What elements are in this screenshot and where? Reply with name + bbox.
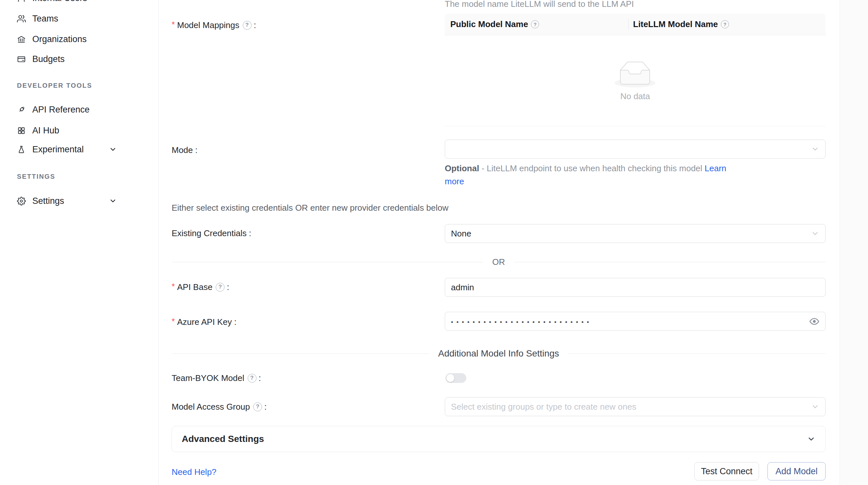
additional-info-divider-label: Additional Model Info Settings [429, 348, 568, 359]
mode-select[interactable] [445, 139, 826, 159]
azure-api-key-label: * Azure API Key : [172, 317, 237, 327]
toggle-knob [446, 374, 454, 382]
model-access-group-label: Model Access Group ? : [172, 401, 267, 412]
question-circle-icon[interactable]: ? [721, 20, 729, 28]
model-mappings-label: * Model Mappings ? : [172, 20, 256, 30]
no-data-text: No data [445, 91, 826, 101]
api-base-label: * API Base ? : [172, 282, 229, 292]
appstore-grid-icon [17, 126, 26, 135]
api-base-input[interactable]: admin [445, 278, 826, 297]
divider-line [172, 354, 429, 354]
empty-inbox-icon [614, 61, 656, 89]
sidebar-item-label: API Reference [32, 105, 90, 115]
chevron-down-icon [811, 229, 819, 238]
sidebar: Internal Users Teams Organizations Budge… [0, 0, 159, 485]
sidebar-section-developer-tools: DEVELOPER TOOLS [17, 82, 92, 89]
chevron-down-icon [811, 402, 819, 411]
page-right-gutter [840, 0, 868, 485]
test-connect-button[interactable]: Test Connect [694, 462, 759, 480]
existing-credentials-value: None [451, 229, 471, 239]
add-model-button[interactable]: Add Model [768, 462, 826, 480]
credit-card-icon [17, 55, 26, 64]
need-help-link[interactable]: Need Help? [172, 467, 216, 477]
advanced-settings-title: Advanced Settings [182, 434, 264, 444]
chevron-down-icon [109, 197, 117, 205]
column-header-public-model-name: Public Model Name ? [445, 19, 628, 29]
question-circle-icon[interactable]: ? [243, 21, 252, 30]
required-asterisk: * [172, 19, 175, 30]
required-asterisk: * [172, 316, 175, 326]
question-circle-icon[interactable]: ? [248, 374, 256, 383]
team-byok-label: Team-BYOK Model ? : [172, 373, 261, 383]
question-circle-icon[interactable]: ? [216, 283, 224, 292]
sidebar-item-label: Teams [32, 14, 58, 24]
sidebar-item-budgets[interactable]: Budgets [0, 51, 158, 67]
advanced-settings-panel[interactable]: Advanced Settings [172, 426, 826, 452]
sidebar-item-label: Settings [32, 196, 64, 206]
sidebar-item-label: AI Hub [32, 126, 59, 136]
existing-credentials-label: Existing Credentials : [172, 228, 251, 238]
chevron-down-icon [109, 146, 117, 153]
model-access-group-placeholder: Select existing groups or type to create… [451, 402, 636, 412]
bank-icon [17, 35, 26, 44]
flask-icon [17, 145, 26, 154]
sidebar-item-label: Organizations [32, 34, 87, 44]
sidebar-item-ai-hub[interactable]: AI Hub [0, 123, 158, 138]
sidebar-item-settings[interactable]: Settings [0, 193, 158, 209]
sidebar-item-label: Experimental [32, 144, 84, 155]
mode-label: Mode : [172, 145, 197, 155]
model-access-group-select[interactable]: Select existing groups or type to create… [445, 397, 826, 416]
sidebar-item-internal-users[interactable]: Internal Users [0, 0, 158, 6]
chevron-down-icon [807, 435, 815, 443]
table-bottom-border [445, 126, 826, 126]
chevron-down-icon [811, 145, 819, 153]
divider-line [568, 354, 826, 354]
api-plug-icon [17, 105, 26, 114]
masked-password-value: •••••••••••••••••••••••••• [451, 319, 592, 325]
sidebar-item-api-reference[interactable]: API Reference [0, 102, 158, 118]
additional-info-divider: Additional Model Info Settings [172, 348, 826, 359]
api-base-value: admin [451, 283, 474, 293]
sidebar-item-experimental[interactable]: Experimental [0, 141, 158, 157]
model-name-help-text: The model name LiteLLM will send to the … [445, 0, 634, 9]
model-mappings-table-header: Public Model Name ? LiteLLM Model Name ? [445, 14, 826, 35]
user-icon [17, 0, 26, 3]
sidebar-item-organizations[interactable]: Organizations [0, 31, 158, 47]
mode-help-text: Optional - LiteLLM endpoint to use when … [445, 162, 745, 188]
divider-line [172, 262, 483, 262]
existing-credentials-select[interactable]: None [445, 224, 826, 243]
column-header-litellm-model-name: LiteLLM Model Name ? [628, 19, 729, 29]
or-divider: OR [172, 257, 826, 266]
sidebar-item-label: Internal Users [32, 0, 87, 3]
table-column-separator [628, 19, 628, 30]
add-model-page: Internal Users Teams Organizations Budge… [0, 0, 868, 485]
azure-api-key-input[interactable]: •••••••••••••••••••••••••• [445, 312, 826, 331]
divider-line [514, 262, 826, 262]
gear-icon [17, 197, 26, 205]
question-circle-icon[interactable]: ? [253, 402, 262, 411]
team-byok-toggle[interactable] [445, 373, 466, 383]
or-divider-label: OR [483, 257, 514, 267]
sidebar-item-label: Budgets [32, 54, 65, 64]
question-circle-icon[interactable]: ? [531, 20, 539, 28]
eye-icon[interactable] [809, 316, 819, 326]
users-icon [17, 14, 26, 23]
sidebar-item-teams[interactable]: Teams [0, 11, 158, 26]
sidebar-section-settings: SETTINGS [17, 173, 56, 181]
credentials-note: Either select existing credentials OR en… [172, 203, 448, 213]
required-asterisk: * [172, 281, 175, 292]
